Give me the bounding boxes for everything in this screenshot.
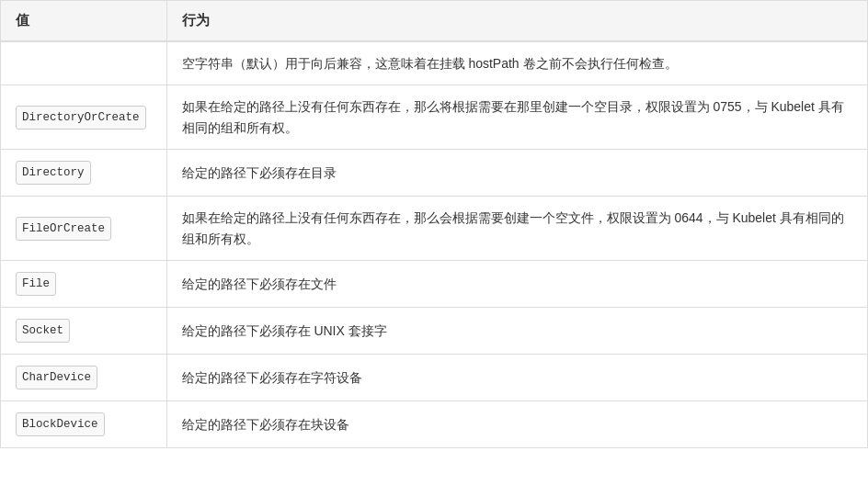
- table-row: DirectoryOrCreate如果在给定的路径上没有任何东西存在，那么将根据…: [1, 85, 867, 150]
- value-cell: [1, 41, 166, 85]
- code-tag: FileOrCreate: [16, 217, 111, 241]
- table-head: 值 行为: [1, 1, 867, 41]
- table-row: FileOrCreate如果在给定的路径上没有任何东西存在，那么会根据需要创建一…: [1, 197, 867, 261]
- behavior-cell: 给定的路径下必须存在块设备: [166, 400, 867, 447]
- code-tag: CharDevice: [16, 366, 97, 389]
- table-row: File给定的路径下必须存在文件: [1, 260, 867, 307]
- value-cell: CharDevice: [1, 354, 166, 400]
- table-row: Socket给定的路径下必须存在 UNIX 套接字: [1, 307, 867, 354]
- header-row: 值 行为: [1, 1, 867, 41]
- code-tag: Socket: [16, 319, 70, 343]
- code-tag: BlockDevice: [16, 412, 105, 436]
- value-cell: File: [1, 260, 166, 307]
- table-body: 空字符串（默认）用于向后兼容，这意味着在挂载 hostPath 卷之前不会执行任…: [1, 41, 867, 447]
- behavior-cell: 如果在给定的路径上没有任何东西存在，那么会根据需要创建一个空文件，权限设置为 0…: [166, 197, 867, 261]
- main-table-container: 值 行为 空字符串（默认）用于向后兼容，这意味着在挂载 hostPath 卷之前…: [0, 0, 868, 448]
- behavior-cell: 给定的路径下必须存在目录: [166, 150, 867, 197]
- behavior-cell: 给定的路径下必须存在文件: [166, 260, 867, 307]
- table-row: 空字符串（默认）用于向后兼容，这意味着在挂载 hostPath 卷之前不会执行任…: [1, 41, 867, 85]
- table-row: CharDevice给定的路径下必须存在字符设备: [1, 354, 867, 400]
- value-header: 值: [1, 1, 166, 41]
- table-row: BlockDevice给定的路径下必须存在块设备: [1, 400, 867, 447]
- code-tag: File: [16, 272, 56, 296]
- value-cell: Socket: [1, 307, 166, 354]
- value-cell: Directory: [1, 150, 166, 197]
- behavior-cell: 给定的路径下必须存在 UNIX 套接字: [166, 307, 867, 354]
- code-tag: DirectoryOrCreate: [16, 106, 146, 130]
- data-table: 值 行为 空字符串（默认）用于向后兼容，这意味着在挂载 hostPath 卷之前…: [1, 1, 867, 447]
- behavior-cell: 如果在给定的路径上没有任何东西存在，那么将根据需要在那里创建一个空目录，权限设置…: [166, 85, 867, 150]
- value-cell: DirectoryOrCreate: [1, 85, 166, 150]
- table-row: Directory给定的路径下必须存在目录: [1, 150, 867, 197]
- behavior-header: 行为: [166, 1, 867, 41]
- behavior-cell: 给定的路径下必须存在字符设备: [166, 354, 867, 400]
- code-tag: Directory: [16, 161, 91, 185]
- value-cell: BlockDevice: [1, 400, 166, 447]
- value-cell: FileOrCreate: [1, 197, 166, 261]
- behavior-cell: 空字符串（默认）用于向后兼容，这意味着在挂载 hostPath 卷之前不会执行任…: [166, 41, 867, 85]
